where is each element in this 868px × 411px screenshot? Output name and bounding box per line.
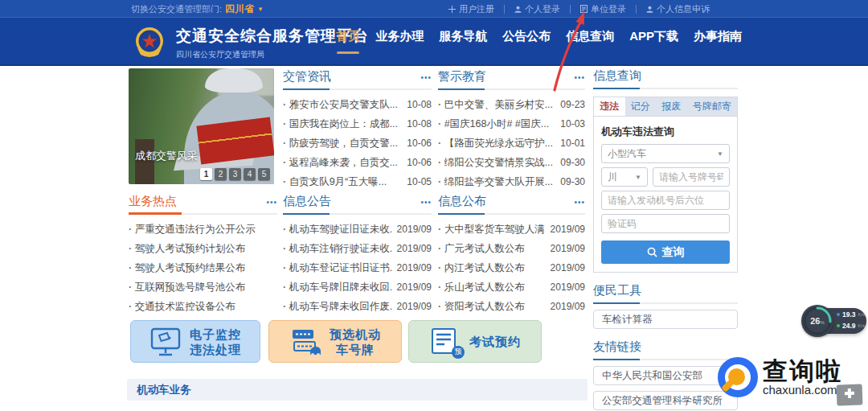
nav-business[interactable]: 业务办理 [375, 29, 424, 44]
banner-electronic-monitoring[interactable]: 电子监控 违法处理 [130, 320, 260, 363]
logo-handle [721, 380, 734, 393]
captcha-input[interactable] [601, 214, 730, 233]
query-tabs: 违法 记分 报废 号牌邮寄 [593, 97, 738, 116]
unit-login-link[interactable]: 单位登录 [571, 3, 636, 15]
list-item[interactable]: 驾驶人考试预约计划公布 [129, 239, 277, 258]
vehicle-type-value: 小型汽车 [608, 147, 646, 161]
corner-tool-icon[interactable] [837, 384, 863, 405]
pager-dot-3[interactable]: 3 [229, 168, 241, 180]
list-item[interactable]: 大中型客货车驾驶人满...2019/09 [438, 220, 585, 239]
section-info-publications: 信息公布 ••• 大中型客货车驾驶人满...2019/09 广元考试人数公布20… [438, 194, 585, 316]
nav-service-guide[interactable]: 服务导航 [439, 29, 487, 44]
list-item[interactable]: 机动车号牌未收回作废...2019/09 [283, 297, 432, 316]
list-item[interactable]: 巴中交警、美丽乡村安...09-23 [438, 95, 585, 114]
more-icon[interactable]: ••• [266, 198, 277, 207]
list-item[interactable]: 严重交通违法行为公开公示 [129, 220, 277, 239]
item-text: 机动车登记证书旧证书... [283, 261, 392, 275]
pager-dot-5[interactable]: 5 [258, 168, 270, 180]
section-title[interactable]: 友情链接 [593, 339, 641, 355]
section-title[interactable]: 业务热点 [129, 194, 177, 209]
nav-info-query[interactable]: 信息查询 [566, 29, 614, 44]
download-dot-icon [837, 324, 840, 327]
tab-plate-mail[interactable]: 号牌邮寄 [687, 97, 738, 116]
friend-link-mps[interactable]: 中华人民共和国公安部 [593, 366, 738, 385]
personal-login-link[interactable]: 个人登录 [505, 3, 570, 15]
more-icon[interactable]: ••• [574, 198, 585, 207]
section-title[interactable]: 信息查询 [593, 68, 641, 84]
section-head: 信息查询 [593, 68, 738, 89]
plate-number-input[interactable] [653, 167, 730, 187]
section-title[interactable]: 信息公告 [283, 194, 331, 209]
nav-app-download[interactable]: APP下载 [629, 29, 678, 44]
section-traffic-news: 交管资讯 ••• 雅安市公安局交警支队...10-08 国庆我在岗位上：成都..… [283, 69, 432, 191]
list-item[interactable]: 交通技术监控设备公布 [129, 297, 277, 316]
item-text: 返程高峰来袭，自贡交... [283, 156, 398, 170]
switch-label: 切换公安交通管理部门: [131, 3, 222, 15]
banner-preselect-plate[interactable]: 预选机动 车号牌 [268, 320, 402, 363]
list-item[interactable]: 国庆我在岗位上：成都...10-08 [283, 114, 432, 134]
appeal-link[interactable]: 个人信息申诉 [637, 3, 719, 15]
list-item[interactable]: 【路面荧光绿永远守护...10-01 [438, 134, 585, 153]
engine-number-input[interactable] [601, 191, 730, 210]
tab-violation[interactable]: 违法 [594, 97, 625, 116]
document-icon [580, 5, 588, 13]
tool-vehicle-inspection-calculator[interactable]: 车检计算器 [593, 310, 738, 329]
list-item[interactable]: 互联网预选号牌号池公布 [129, 277, 277, 297]
vehicle-business-bar: 机动车业务 [127, 379, 588, 401]
pager-dot-2[interactable]: 2 [215, 168, 227, 180]
list-item[interactable]: 资阳考试人数公布2019/09 [438, 297, 585, 316]
vehicle-type-select[interactable]: 小型汽车 ▼ [601, 144, 730, 163]
more-icon[interactable]: ••• [420, 73, 432, 82]
carousel-image[interactable]: 成都交警风采 1 2 3 4 5 [129, 68, 274, 184]
list-item[interactable]: 绵阳盐亭交警大队开展...09-30 [438, 172, 585, 191]
list-item[interactable]: 机动车驾驶证旧证未收...2019/09 [283, 220, 432, 239]
section-info-announcements: 信息公告 ••• 机动车驾驶证旧证未收...2019/09 机动车注销行驶证未收… [283, 194, 432, 316]
news-list: 雅安市公安局交警支队...10-08 国庆我在岗位上：成都...10-08 防疲… [283, 95, 432, 191]
list-item[interactable]: 机动车登记证书旧证书...2019/09 [283, 258, 432, 277]
item-text: 驾驶人考试预约计划公布 [129, 242, 245, 256]
tab-points[interactable]: 记分 [625, 97, 657, 116]
section-title[interactable]: 警示教育 [438, 69, 486, 84]
list-item[interactable]: 乐山考试人数公布2019/09 [438, 277, 585, 297]
pager-dot-1[interactable]: 1 [200, 168, 212, 180]
province-select[interactable]: 川 ▼ [601, 167, 648, 187]
list-item[interactable]: 机动车注销行驶证未收...2019/09 [283, 239, 432, 258]
list-item[interactable]: 内江考试人数公布2019/09 [438, 258, 585, 277]
news-list: 严重交通违法行为公开公示 驾驶人考试预约计划公布 驾驶人考试预约结果公布 互联网… [129, 220, 277, 316]
upload-speed: 19.3 K/s [837, 310, 865, 319]
list-item[interactable]: 绵阳公安交警情景实战...09-30 [438, 153, 585, 172]
department-switcher[interactable]: 切换公安交通管理部门: 四川省 ▼ [131, 0, 264, 18]
tab-scrap[interactable]: 报废 [656, 97, 687, 116]
friend-link-tmri[interactable]: 公安部交通管理科学研究所 [593, 391, 738, 410]
more-icon[interactable]: ••• [420, 198, 432, 207]
banner-exam-appointment[interactable]: 预 考试预约 [408, 320, 542, 363]
nav-handbook[interactable]: 办事指南 [694, 29, 742, 44]
nav-announcements[interactable]: 公告公布 [502, 29, 551, 44]
list-item[interactable]: 雅安市公安局交警支队...10-08 [283, 95, 432, 114]
item-date: 10-08 [407, 99, 432, 110]
section-head: 业务热点 ••• [129, 194, 277, 215]
item-text: #国庆168小时# #国庆... [438, 117, 549, 131]
section-head: 警示教育 ••• [438, 69, 585, 90]
query-button[interactable]: 查询 [601, 240, 730, 264]
cpu-percent-dial: 26% [801, 305, 833, 337]
register-link[interactable]: 用户注册 [439, 3, 504, 15]
item-date: 2019/09 [397, 262, 432, 273]
section-title[interactable]: 便民工具 [593, 283, 641, 298]
section-title[interactable]: 交管资讯 [283, 69, 331, 84]
list-item[interactable]: 驾驶人考试预约结果公布 [129, 258, 277, 277]
section-title[interactable]: 信息公布 [438, 194, 486, 209]
pager-dot-4[interactable]: 4 [244, 168, 256, 180]
watermark-text: 查询啦 chaxunla.com [763, 359, 842, 397]
list-item[interactable]: #国庆168小时# #国庆...10-03 [438, 114, 585, 134]
list-item[interactable]: 广元考试人数公布2019/09 [438, 239, 585, 258]
chevron-down-icon: ▼ [717, 150, 723, 158]
list-item[interactable]: 机动车号牌旧牌未收回...2019/09 [283, 277, 432, 297]
list-item[interactable]: 自贡支队9月“五大曝...10-05 [283, 172, 432, 191]
chevron-down-icon: ▼ [257, 6, 264, 13]
more-icon[interactable]: ••• [574, 73, 585, 82]
list-item[interactable]: 防疲劳驾驶，自贡交警...10-06 [283, 134, 432, 153]
nav-home[interactable]: 首页 [336, 29, 360, 44]
list-item[interactable]: 返程高峰来袭，自贡交...10-06 [283, 153, 432, 172]
plus-icon [448, 6, 456, 13]
